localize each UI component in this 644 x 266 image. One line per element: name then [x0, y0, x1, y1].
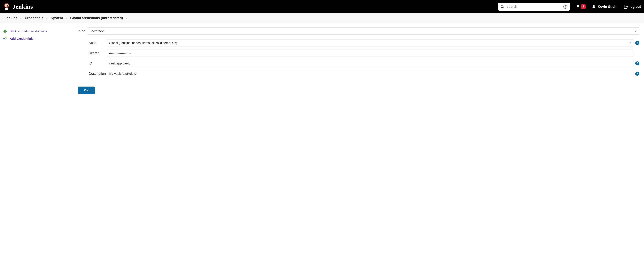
breadcrumb-item[interactable]: Credentials [25, 16, 44, 20]
id-row: ID ? [78, 60, 639, 67]
svg-point-10 [593, 5, 595, 7]
search-icon [500, 5, 504, 9]
sidebar: Back to credential domains Add Credentia… [0, 27, 78, 99]
notification-badge: 2 [581, 4, 586, 9]
breadcrumb-item[interactable]: System [51, 16, 63, 20]
main-content: Back to credential domains Add Credentia… [0, 23, 644, 99]
chevron-right-icon: ▸ [66, 17, 67, 19]
svg-rect-5 [5, 8, 8, 8]
chevron-right-icon: ▸ [126, 17, 127, 19]
search-help-icon[interactable] [563, 4, 568, 9]
id-input[interactable] [106, 60, 634, 67]
user-icon [592, 5, 596, 9]
user-name: Kevin Stiehl [598, 5, 618, 9]
logout-icon [624, 4, 628, 9]
submit-row: OK [78, 87, 639, 94]
breadcrumb: Jenkins ▸ Credentials ▸ System ▸ Global … [0, 13, 644, 23]
logout-link[interactable]: log out [624, 4, 641, 9]
breadcrumb-item[interactable]: Global credentials (unrestricted) [70, 16, 123, 20]
product-name: Jenkins [12, 3, 33, 10]
search-input[interactable] [498, 3, 570, 11]
svg-point-15 [6, 37, 7, 38]
svg-marker-13 [4, 29, 7, 33]
ok-button[interactable]: OK [78, 87, 95, 94]
current-user[interactable]: Kevin Stiehl [592, 5, 618, 9]
kind-value: Secret text [90, 29, 104, 33]
svg-point-2 [6, 5, 6, 5]
jenkins-mascot-icon [3, 3, 10, 11]
search-box [498, 3, 570, 11]
notifications[interactable]: 2 [576, 4, 586, 9]
scope-select[interactable]: Global (Jenkins, nodes, items, all child… [106, 39, 634, 46]
chevron-right-icon: ▸ [46, 17, 48, 19]
description-help-button[interactable]: ? [635, 72, 639, 76]
jenkins-logo[interactable]: Jenkins [3, 3, 33, 11]
description-input[interactable] [106, 70, 634, 77]
credential-form: Kind Secret text Scope Global (Jenkins, … [78, 27, 644, 99]
svg-point-9 [565, 7, 566, 8]
sidebar-add-label: Add Credentials [10, 37, 34, 41]
logout-label: log out [630, 5, 641, 9]
id-help-button[interactable]: ? [635, 61, 639, 65]
sidebar-back-link[interactable]: Back to credential domains [3, 27, 78, 35]
chevron-right-icon: ▸ [20, 17, 22, 19]
arrow-up-icon [3, 29, 8, 33]
kind-label: Kind [78, 29, 87, 33]
scope-value: Global (Jenkins, nodes, items, all child… [109, 41, 177, 45]
secret-input[interactable] [106, 50, 634, 57]
chevron-down-icon [634, 30, 637, 32]
id-label: ID [78, 61, 106, 65]
scope-label: Scope [78, 41, 106, 45]
secret-label: Secret [78, 51, 106, 55]
chevron-down-icon [628, 42, 631, 44]
svg-rect-17 [3, 39, 4, 39]
breadcrumb-item[interactable]: Jenkins [5, 16, 18, 20]
key-icon [3, 36, 8, 41]
bell-icon [576, 5, 580, 9]
scope-row: Scope Global (Jenkins, nodes, items, all… [78, 39, 639, 46]
top-header: Jenkins 2 Kevin Stiehl [0, 0, 644, 13]
description-row: Description ? [78, 70, 639, 77]
svg-point-3 [7, 5, 8, 5]
sidebar-add-credentials[interactable]: Add Credentials [3, 35, 78, 42]
svg-line-7 [503, 7, 504, 8]
scope-help-button[interactable]: ? [635, 41, 639, 45]
kind-row: Kind Secret text [78, 27, 639, 35]
secret-row: Secret [78, 50, 639, 57]
sidebar-back-label: Back to credential domains [10, 29, 47, 33]
description-label: Description [78, 72, 106, 76]
kind-select[interactable]: Secret text [87, 27, 639, 35]
